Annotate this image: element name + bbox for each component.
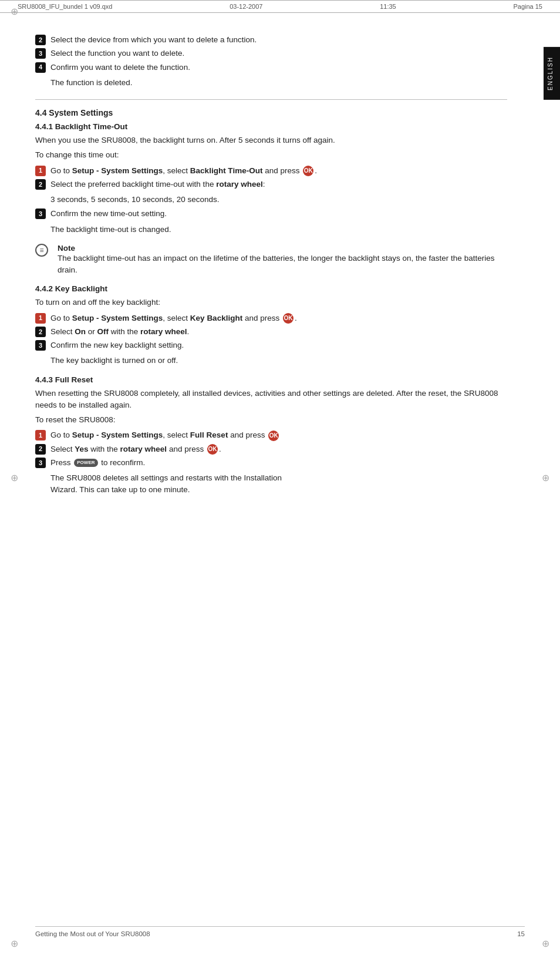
section-4-4-1-step3-sub: The backlight time-out is changed. bbox=[50, 224, 507, 236]
section-4-4-2-step3-sub: The key backlight is turned on or off. bbox=[50, 355, 507, 366]
section-4-4-1-step1: 1 Go to Setup - System Settings, select … bbox=[35, 165, 507, 177]
page-number: 15 bbox=[517, 930, 525, 937]
section-4-4-2-heading: 4.4.2 Key Backlight bbox=[35, 284, 507, 293]
reg-mark-top-left: ⊕ bbox=[11, 6, 18, 17]
section-4-4-3-para2: To reset the SRU8008: bbox=[35, 414, 507, 426]
section-4-4-1-step1-text: Go to Setup - System Settings, select Ba… bbox=[50, 165, 507, 177]
section-4-4-2-step3-text: Confirm the new key backlight setting. bbox=[50, 339, 507, 351]
intro-step-2: 2 Select the device from which you want … bbox=[35, 34, 507, 46]
section-4-4-3-step1: 1 Go to Setup - System Settings, select … bbox=[35, 429, 507, 441]
intro-step-4: 4 Confirm you want to delete the functio… bbox=[35, 62, 507, 73]
section-4-4-1-step2-text: Select the preferred backlight time-out … bbox=[50, 179, 507, 190]
footer-text: Getting the Most out of Your SRU8008 bbox=[35, 930, 150, 937]
section-4-4-1-para2: To change this time out: bbox=[35, 149, 507, 161]
ok-badge-3: OK bbox=[268, 431, 279, 441]
reg-mark-bottom-left: ⊕ bbox=[11, 938, 18, 949]
header-filename: SRU8008_IFU_bundel 1 v09.qxd bbox=[18, 3, 112, 10]
section-4-4-3-step2: 2 Select Yes with the rotary wheel and p… bbox=[35, 443, 507, 455]
step-badge-4-4-3-2: 2 bbox=[35, 444, 46, 455]
section-4-4-1-step2-sub: 3 seconds, 5 seconds, 10 seconds, 20 sec… bbox=[50, 194, 507, 206]
section-4-4-heading: 4.4 System Settings bbox=[35, 108, 507, 117]
section-4-4-3-para1: When resetting the SRU8008 completely, a… bbox=[35, 388, 507, 412]
section-4-4-1-steps: 1 Go to Setup - System Settings, select … bbox=[35, 165, 507, 191]
step-badge-4: 4 bbox=[35, 62, 46, 73]
section-4-4-2-step3: 3 Confirm the new key backlight setting. bbox=[35, 339, 507, 351]
section-4-4-2-steps: 1 Go to Setup - System Settings, select … bbox=[35, 312, 507, 352]
intro-step-3-text: Select the function you want to delete. bbox=[50, 48, 507, 59]
section-4-4-1-heading: 4.4.1 Backlight Time-Out bbox=[35, 122, 507, 131]
step-badge-4-4-3-3: 3 bbox=[35, 458, 46, 468]
section-4-4-3-step2-text: Select Yes with the rotary wheel and pre… bbox=[50, 443, 507, 455]
section-4-4-2-step1-text: Go to Setup - System Settings, select Ke… bbox=[50, 312, 507, 324]
header-pagina: Pagina 15 bbox=[513, 3, 542, 10]
step-badge-4-4-2-3: 3 bbox=[35, 340, 46, 351]
header-bar: SRU8008_IFU_bundel 1 v09.qxd 03-12-2007 … bbox=[0, 0, 560, 13]
section-4-4-3-step3-sub1: The SRU8008 deletes all settings and res… bbox=[50, 472, 507, 484]
section-4-4-3-step3-text: Press POWER to reconfirm. bbox=[50, 457, 507, 469]
step-badge-4-4-1-1: 1 bbox=[35, 166, 46, 176]
note-content-area: Note The backlight time-out has an impac… bbox=[58, 244, 507, 277]
section-4-4-1-step3: 3 Confirm the new time-out setting. bbox=[35, 208, 507, 220]
section-4-4-3-step3: 3 Press POWER to reconfirm. bbox=[35, 457, 507, 469]
press-label: Press bbox=[50, 458, 71, 467]
note-text: The backlight time-out has an impact on … bbox=[58, 254, 494, 274]
power-badge: POWER bbox=[74, 459, 97, 467]
section-4-4-1-step2: 2 Select the preferred backlight time-ou… bbox=[35, 179, 507, 190]
intro-step-4-sub: The function is deleted. bbox=[50, 77, 507, 89]
section-4-4-2-step2-text: Select On or Off with the rotary wheel. bbox=[50, 326, 507, 338]
section-4-4-1-para1: When you use the SRU8008, the backlight … bbox=[35, 134, 507, 146]
note-box: ≡ Note The backlight time-out has an imp… bbox=[35, 244, 507, 277]
step-badge-4-4-2-2: 2 bbox=[35, 327, 46, 337]
sidebar-tab: ENGLISH bbox=[544, 47, 560, 100]
intro-steps: 2 Select the device from which you want … bbox=[35, 34, 507, 73]
ok-badge-2: OK bbox=[283, 313, 294, 324]
section-4-4-3-step3-sub2: Wizard. This can take up to one minute. bbox=[50, 484, 507, 496]
section-4-4-3-steps: 1 Go to Setup - System Settings, select … bbox=[35, 429, 507, 469]
header-time: 11:35 bbox=[380, 3, 396, 10]
intro-step-3: 3 Select the function you want to delete… bbox=[35, 48, 507, 59]
main-content: 2 Select the device from which you want … bbox=[0, 13, 542, 520]
step-badge-4-4-2-1: 1 bbox=[35, 313, 46, 324]
reg-mark-mid-right: ⊕ bbox=[542, 472, 549, 483]
step-badge-4-4-3-1: 1 bbox=[35, 430, 46, 440]
section-4-4-2-para1: To turn on and off the key backlight: bbox=[35, 297, 507, 308]
header-date: 03-12-2007 bbox=[230, 3, 262, 10]
page-wrapper: ⊕ ⊕ ⊕ ⊕ ⊕ SRU8008_IFU_bundel 1 v09.qxd 0… bbox=[0, 0, 560, 955]
section-4-4-2-step1: 1 Go to Setup - System Settings, select … bbox=[35, 312, 507, 324]
reg-mark-bottom-right: ⊕ bbox=[542, 938, 549, 949]
section-4-4-3-step1-text: Go to Setup - System Settings, select Fu… bbox=[50, 429, 507, 441]
step-badge-3: 3 bbox=[35, 48, 46, 59]
intro-step-2-text: Select the device from which you want to… bbox=[50, 34, 507, 46]
section-divider-1 bbox=[35, 99, 507, 100]
footer-line bbox=[35, 926, 525, 927]
section-4-4-1-step3-list: 3 Confirm the new time-out setting. bbox=[35, 208, 507, 220]
step-badge-4-4-1-2: 2 bbox=[35, 179, 46, 190]
step3-text2: to reconfirm. bbox=[101, 458, 145, 467]
step-badge-4-4-1-3: 3 bbox=[35, 209, 46, 219]
section-4-4-3-heading: 4.4.3 Full Reset bbox=[35, 375, 507, 384]
note-icon: ≡ bbox=[35, 244, 48, 257]
ok-badge-1: OK bbox=[303, 166, 313, 176]
section-4-4-2-step2: 2 Select On or Off with the rotary wheel… bbox=[35, 326, 507, 338]
section-4-4-1-step3-text: Confirm the new time-out setting. bbox=[50, 208, 507, 220]
reg-mark-mid-left: ⊕ bbox=[11, 472, 18, 483]
intro-step-4-text: Confirm you want to delete the function. bbox=[50, 62, 507, 73]
footer: Getting the Most out of Your SRU8008 15 bbox=[35, 926, 525, 937]
step-badge-2: 2 bbox=[35, 35, 46, 45]
note-label: Note bbox=[58, 244, 75, 253]
ok-badge-4: OK bbox=[207, 444, 218, 455]
